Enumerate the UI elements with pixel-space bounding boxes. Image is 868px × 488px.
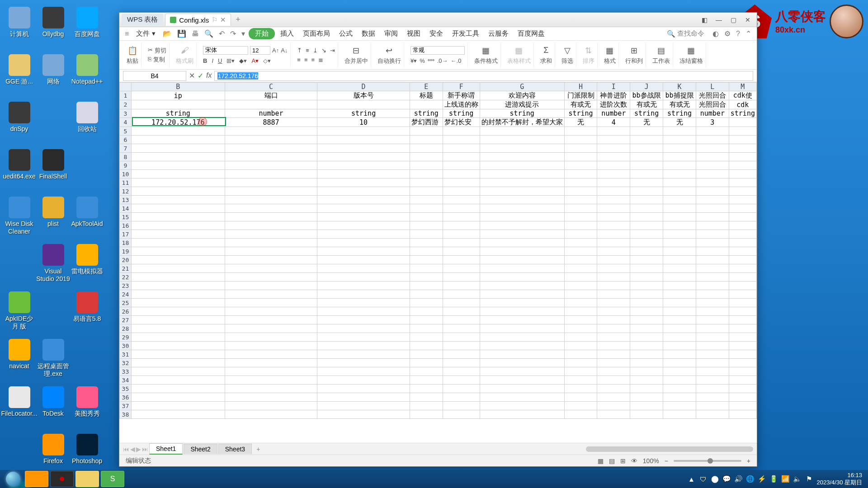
- cancel-edit-icon[interactable]: ✕: [189, 71, 195, 80]
- row-header[interactable]: 18: [120, 239, 132, 247]
- formula-input[interactable]: 172.20.52.176: [214, 71, 753, 81]
- cell[interactable]: [564, 256, 597, 264]
- cell[interactable]: [663, 264, 696, 273]
- row-header[interactable]: 23: [120, 282, 132, 290]
- tab-insert[interactable]: 插入: [277, 28, 297, 39]
- cell[interactable]: [443, 144, 480, 153]
- desktop-icon[interactable]: Visual Studio 2019: [36, 242, 70, 289]
- cell[interactable]: [410, 393, 443, 402]
- row-header[interactable]: 9: [120, 161, 132, 170]
- cell[interactable]: [597, 144, 630, 153]
- cell[interactable]: [410, 204, 443, 213]
- cell[interactable]: [564, 127, 597, 136]
- cell[interactable]: [410, 170, 443, 178]
- orientation-icon[interactable]: ↘: [321, 47, 326, 54]
- condfmt-icon[interactable]: ▦: [481, 45, 491, 56]
- row-header[interactable]: 36: [120, 393, 132, 402]
- tablefmt-icon[interactable]: ▦: [514, 45, 524, 56]
- cell[interactable]: [729, 144, 756, 153]
- cell[interactable]: [480, 127, 564, 136]
- view-normal-icon[interactable]: ▦: [598, 457, 604, 465]
- cell[interactable]: [131, 342, 225, 350]
- sheet-nav-prev-icon[interactable]: ◀: [130, 446, 135, 453]
- minimize-button[interactable]: —: [712, 15, 726, 24]
- cell[interactable]: [564, 282, 597, 290]
- dec-decimal-icon[interactable]: ←.0: [451, 57, 462, 64]
- cell[interactable]: [225, 100, 317, 109]
- cell[interactable]: [564, 144, 597, 153]
- sheet-nav-last-icon[interactable]: ⏭: [142, 446, 148, 453]
- tray-icon[interactable]: ⚑: [805, 475, 813, 483]
- view-page-icon[interactable]: ▤: [609, 457, 615, 465]
- cell[interactable]: [317, 367, 410, 376]
- cell[interactable]: [663, 204, 696, 213]
- cell[interactable]: [480, 324, 564, 333]
- cell[interactable]: [597, 213, 630, 221]
- cell[interactable]: [729, 239, 756, 247]
- tray-icon[interactable]: ▲: [688, 475, 696, 483]
- font-select[interactable]: [203, 46, 248, 55]
- undo-icon[interactable]: ↶: [217, 28, 226, 39]
- cell[interactable]: [225, 256, 317, 264]
- cell[interactable]: [630, 153, 663, 161]
- cell[interactable]: [696, 307, 729, 316]
- cell[interactable]: string: [663, 109, 696, 118]
- cell[interactable]: [480, 350, 564, 359]
- cell[interactable]: [663, 153, 696, 161]
- format-icon[interactable]: ▦: [604, 45, 615, 56]
- cell[interactable]: [480, 316, 564, 324]
- preview-icon[interactable]: 🔍: [203, 28, 215, 39]
- currency-icon[interactable]: ¥▾: [410, 57, 417, 64]
- row-header[interactable]: 17: [120, 230, 132, 239]
- sheet-nav-first-icon[interactable]: ⏮: [123, 446, 129, 453]
- tray-icon[interactable]: 🔈: [793, 475, 802, 483]
- cell[interactable]: [480, 187, 564, 196]
- cell[interactable]: [225, 316, 317, 324]
- cell[interactable]: [410, 187, 443, 196]
- cell[interactable]: 无: [564, 118, 597, 127]
- cell[interactable]: [131, 230, 225, 239]
- desktop-icon[interactable]: 回收站: [70, 99, 104, 147]
- row-header[interactable]: 26: [120, 307, 132, 316]
- cell[interactable]: [317, 196, 410, 204]
- cell[interactable]: [131, 350, 225, 359]
- cell[interactable]: [630, 402, 663, 410]
- cell[interactable]: [663, 367, 696, 376]
- cell[interactable]: [480, 307, 564, 316]
- cell[interactable]: [597, 230, 630, 239]
- cell[interactable]: [480, 376, 564, 385]
- comma-icon[interactable]: ᵒᵒᵒ: [428, 57, 434, 64]
- cell[interactable]: [564, 161, 597, 170]
- sheet-icon[interactable]: ▤: [656, 45, 666, 56]
- cell[interactable]: [729, 230, 756, 239]
- cell[interactable]: [225, 273, 317, 282]
- cell[interactable]: [630, 239, 663, 247]
- cell[interactable]: bb捕捉限: [663, 91, 696, 100]
- cell[interactable]: [443, 204, 480, 213]
- cell[interactable]: [317, 170, 410, 178]
- cell[interactable]: [663, 196, 696, 204]
- cell[interactable]: [410, 359, 443, 367]
- cell[interactable]: [663, 161, 696, 170]
- cell[interactable]: string: [131, 109, 225, 118]
- cell[interactable]: [564, 264, 597, 273]
- horizontal-scrollbar[interactable]: [586, 446, 753, 452]
- cell[interactable]: string: [317, 109, 410, 118]
- cell[interactable]: [317, 144, 410, 153]
- cell[interactable]: cdk: [729, 100, 756, 109]
- hamburger-icon[interactable]: ≡: [123, 29, 131, 39]
- desktop-icon[interactable]: plist: [36, 194, 70, 242]
- freeze-icon[interactable]: ▦: [686, 45, 697, 56]
- cell[interactable]: [317, 410, 410, 419]
- fx-icon[interactable]: fx: [206, 71, 212, 80]
- taskbar-wps[interactable]: S: [101, 471, 124, 487]
- cell[interactable]: [597, 359, 630, 367]
- align-justify-icon[interactable]: ≣: [318, 56, 323, 63]
- cell[interactable]: [729, 333, 756, 342]
- cell[interactable]: 有或无: [564, 100, 597, 109]
- cell[interactable]: [410, 350, 443, 359]
- zoom-in-icon[interactable]: +: [747, 457, 750, 465]
- cell[interactable]: [317, 256, 410, 264]
- cell[interactable]: [131, 273, 225, 282]
- cell[interactable]: [131, 393, 225, 402]
